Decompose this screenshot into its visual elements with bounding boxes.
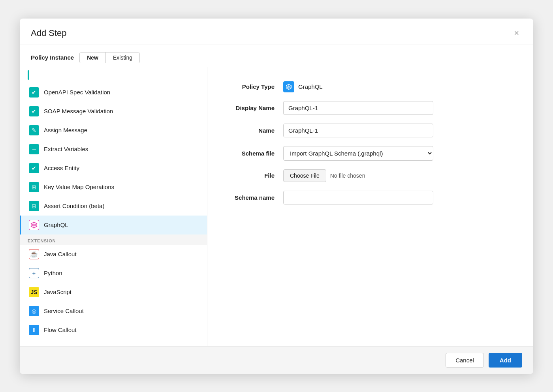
cancel-button[interactable]: Cancel	[446, 353, 484, 368]
list-item-extract[interactable]: → Extract Variables	[20, 140, 207, 159]
list-item-flow[interactable]: ⬆ Flow Callout	[20, 321, 207, 339]
dialog-header: Add Step ×	[20, 19, 533, 45]
java-icon: ☕	[29, 249, 39, 259]
left-panel: ✔ OpenAPI Spec Validation ✔ SOAP Message…	[20, 67, 207, 346]
soap-label: SOAP Message Validation	[44, 108, 113, 114]
choose-file-button[interactable]: Choose File	[283, 169, 326, 182]
list-item-soap[interactable]: ✔ SOAP Message Validation	[20, 102, 207, 121]
schema-name-input[interactable]	[283, 191, 433, 204]
existing-toggle-button[interactable]: Existing	[106, 53, 139, 63]
right-panel: Policy Type GraphQL Display Name	[207, 67, 533, 346]
name-row: Name	[228, 124, 513, 137]
policy-type-text: GraphQL	[298, 83, 323, 90]
policy-type-value: GraphQL	[283, 81, 323, 92]
extract-label: Extract Variables	[44, 146, 88, 152]
openapi-label: OpenAPI Spec Validation	[44, 89, 110, 96]
extension-section-label: EXTENSION	[20, 234, 207, 245]
list-item-keyvalue[interactable]: ⊞ Key Value Map Operations	[20, 178, 207, 197]
policy-instance-label: Policy Instance	[31, 54, 74, 61]
scroll-indicator-wrapper	[20, 67, 207, 83]
list-item-graphql[interactable]: GraphQL	[20, 216, 207, 234]
assert-icon: ⊟	[29, 201, 39, 211]
policy-instance-bar: Policy Instance New Existing	[20, 45, 533, 67]
javascript-label: JavaScript	[44, 289, 71, 295]
graphql-icon	[29, 220, 39, 230]
name-input[interactable]	[283, 124, 433, 137]
dialog-footer: Cancel Add	[20, 346, 533, 374]
no-file-text: No file chosen	[330, 173, 365, 179]
display-name-label: Display Name	[228, 105, 283, 111]
file-input-wrapper: Choose File No file chosen	[283, 169, 365, 182]
policy-instance-toggle: New Existing	[79, 52, 140, 63]
graphql-label: GraphQL	[44, 221, 68, 228]
assign-label: Assign Message	[44, 127, 87, 133]
openapi-icon: ✔	[29, 87, 39, 98]
close-button[interactable]: ×	[511, 27, 522, 39]
service-label: Service Callout	[44, 308, 84, 314]
list-item-assign[interactable]: ✎ Assign Message	[20, 121, 207, 140]
dialog-body: ✔ OpenAPI Spec Validation ✔ SOAP Message…	[20, 67, 533, 346]
extract-icon: →	[29, 144, 39, 154]
schema-file-label: Schema file	[228, 150, 283, 157]
keyvalue-label: Key Value Map Operations	[44, 184, 114, 190]
flow-icon: ⬆	[29, 325, 39, 335]
flow-label: Flow Callout	[44, 326, 77, 333]
schema-file-select[interactable]: Import GraphQL Schema (.graphql) URL Non…	[283, 146, 433, 161]
access-label: Access Entity	[44, 165, 79, 171]
java-label: Java Callout	[44, 251, 77, 257]
add-button[interactable]: Add	[489, 353, 522, 368]
file-row: File Choose File No file chosen	[228, 169, 513, 182]
soap-icon: ✔	[29, 106, 39, 116]
list-item-access[interactable]: ✔ Access Entity	[20, 159, 207, 178]
js-icon: JS	[29, 287, 39, 297]
assign-icon: ✎	[29, 125, 39, 135]
python-icon: +	[29, 268, 39, 278]
policy-type-icon	[283, 81, 294, 92]
list-item-javascript[interactable]: JS JavaScript	[20, 283, 207, 302]
add-step-dialog: Add Step × Policy Instance New Existing …	[20, 19, 533, 374]
schema-name-row: Schema name	[228, 191, 513, 204]
scroll-indicator	[28, 70, 29, 80]
list-item-service[interactable]: ◎ Service Callout	[20, 302, 207, 321]
keyvalue-icon: ⊞	[29, 182, 39, 192]
schema-name-label: Schema name	[228, 194, 283, 201]
assert-label: Assert Condition (beta)	[44, 203, 104, 209]
new-toggle-button[interactable]: New	[80, 53, 106, 63]
dialog-title: Add Step	[31, 28, 67, 38]
access-icon: ✔	[29, 163, 39, 173]
name-label: Name	[228, 127, 283, 134]
policy-type-label: Policy Type	[228, 83, 283, 90]
list-item-python[interactable]: + Python	[20, 264, 207, 283]
python-label: Python	[44, 270, 62, 276]
schema-file-row: Schema file Import GraphQL Schema (.grap…	[228, 146, 513, 161]
list-item-java[interactable]: ☕ Java Callout	[20, 245, 207, 264]
display-name-input[interactable]	[283, 101, 433, 115]
file-label: File	[228, 172, 283, 179]
service-icon: ◎	[29, 306, 39, 316]
list-item-openapi[interactable]: ✔ OpenAPI Spec Validation	[20, 83, 207, 102]
list-item-assert[interactable]: ⊟ Assert Condition (beta)	[20, 197, 207, 216]
display-name-row: Display Name	[228, 101, 513, 115]
policy-type-row: Policy Type GraphQL	[228, 81, 513, 92]
